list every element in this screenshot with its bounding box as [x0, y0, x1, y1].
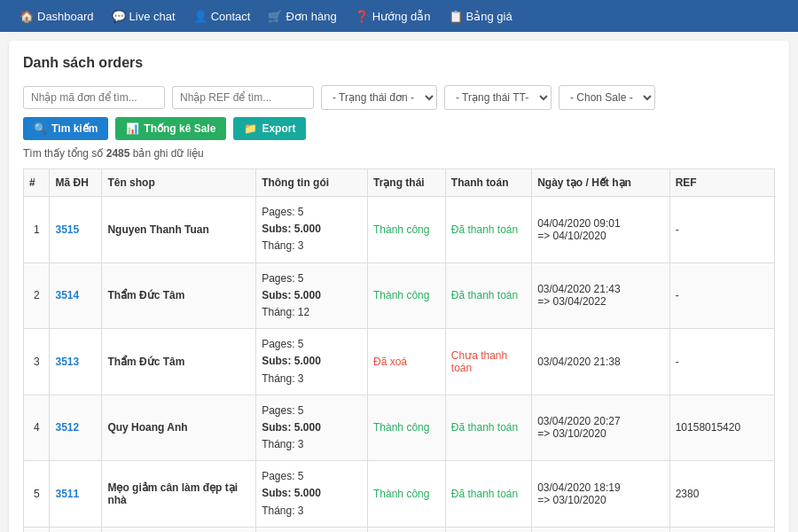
cell-num: 6 [24, 527, 50, 532]
result-count: 2485 [106, 147, 130, 160]
cell-status: Đã xoá [368, 329, 446, 395]
cell-shop: Thẩm Đức Tâm [102, 262, 256, 329]
cell-status: Thành công [368, 262, 446, 329]
status-tt-select[interactable]: - Trạng thái TT- [444, 85, 552, 110]
col-header-date: Ngày tạo / Hết hạn [532, 169, 670, 197]
nav-contact[interactable]: 👤 Contact [184, 0, 260, 32]
export-button-label: Export [262, 122, 295, 135]
cell-info: Pages: 5 Subs: 5.000 Tháng: 3 [256, 527, 368, 532]
result-prefix: Tìm thấy tổng số [23, 147, 103, 160]
sale-select[interactable]: - Chon Sale - [559, 85, 655, 110]
cell-ref: 2380 [669, 461, 774, 528]
search-icon: 🔍 [34, 122, 47, 135]
dashboard-icon: 🏠 [20, 10, 34, 23]
export-icon: 📁 [244, 122, 257, 135]
cell-status: Thành công [368, 461, 446, 528]
cell-id[interactable]: 3515 [50, 197, 102, 263]
cell-ref: - [669, 329, 774, 395]
cell-payment: Đã thanh toán [445, 461, 531, 528]
cell-shop: BioSlim Nova [102, 527, 256, 532]
stats-button[interactable]: 📊 Thống kê Sale [115, 117, 226, 140]
stats-button-label: Thống kê Sale [144, 122, 215, 135]
cell-id[interactable]: 3514 [50, 262, 102, 329]
col-header-num: # [24, 169, 50, 197]
result-suffix: bản ghi dữ liệu [133, 147, 204, 160]
ref-search-input[interactable] [172, 86, 314, 109]
search-button[interactable]: 🔍 Tìm kiếm [23, 117, 108, 140]
cell-id[interactable]: 3511 [50, 461, 102, 528]
col-header-ref: REF [669, 169, 774, 197]
main-container: Danh sách orders - Trạng thái đơn - - Tr… [9, 41, 789, 532]
table-header-row: # Mã ĐH Tên shop Thông tin gói Trạng thá… [24, 169, 775, 197]
cell-id[interactable]: 3510 [50, 527, 102, 532]
cell-payment: Đã thanh toán [445, 262, 531, 329]
cell-num: 4 [24, 395, 50, 461]
cell-payment: Đã thanh toán [445, 527, 531, 532]
table-row: 5 3511 Mẹo giảm cân làm đẹp tại nhà Page… [24, 461, 775, 528]
cell-shop: Mẹo giảm cân làm đẹp tại nhà [102, 461, 256, 528]
nav-dashboard-label: Dashboard [37, 10, 94, 23]
banggia-icon: 📋 [449, 10, 463, 23]
cell-ref: 10158015420 [669, 395, 774, 461]
cell-num: 5 [24, 461, 50, 528]
cell-payment: Đã thanh toán [445, 197, 531, 263]
cell-status: Thành công [368, 395, 446, 461]
cell-status: Thành công [368, 197, 446, 263]
col-header-info: Thông tin gói [256, 169, 368, 197]
nav-livechat-label: Live chat [129, 10, 176, 23]
cell-date: 03/04/2020 20:27=> 03/10/2020 [532, 395, 670, 461]
orders-table: # Mã ĐH Tên shop Thông tin gói Trạng thá… [23, 168, 775, 532]
order-link[interactable]: 3513 [55, 356, 79, 368]
cell-info: Pages: 5 Subs: 5.000 Tháng: 3 [256, 395, 368, 461]
order-link[interactable]: 3514 [55, 289, 79, 301]
livechat-icon: 💬 [112, 10, 126, 23]
contact-icon: 👤 [193, 10, 207, 23]
cell-info: Pages: 5 Subs: 5.000 Tháng: 3 [256, 329, 368, 395]
cell-status: Thành công [368, 527, 446, 532]
nav-banggia-label: Bảng giá [466, 10, 512, 23]
col-header-id: Mã ĐH [50, 169, 102, 197]
table-row: 3 3513 Thẩm Đức Tâm Pages: 5 Subs: 5.000… [24, 329, 775, 395]
cell-payment: Đã thanh toán [445, 395, 531, 461]
cell-num: 1 [24, 197, 50, 263]
cell-ref: - [669, 527, 774, 532]
cell-date: 03/04/2020 21:38 [532, 329, 670, 395]
nav-huongdan-label: Hướng dẫn [372, 10, 431, 23]
button-row: 🔍 Tìm kiếm 📊 Thống kê Sale 📁 Export [23, 117, 775, 140]
cell-id[interactable]: 3512 [50, 395, 102, 461]
order-link[interactable]: 3512 [55, 421, 79, 434]
order-link[interactable]: 3515 [55, 223, 79, 236]
stats-icon: 📊 [126, 122, 139, 135]
huongdan-icon: ❓ [355, 10, 369, 23]
cell-num: 3 [24, 329, 50, 395]
cell-num: 2 [24, 262, 50, 329]
nav-huongdan[interactable]: ❓ Hướng dẫn [346, 0, 440, 32]
page-title: Danh sách orders [23, 55, 775, 71]
cell-ref: - [669, 262, 774, 329]
nav-contact-label: Contact [211, 10, 251, 23]
col-header-payment: Thanh toán [445, 169, 531, 197]
cell-date: 03/04/2020 18:19=> 03/10/2020 [532, 461, 670, 528]
nav-donhang[interactable]: 🛒 Đơn hàng [259, 0, 345, 32]
nav-banggia[interactable]: 📋 Bảng giá [440, 0, 521, 32]
col-header-shop: Tên shop [102, 169, 256, 197]
nav-livechat[interactable]: 💬 Live chat [103, 0, 184, 32]
cell-shop: Thẩm Đức Tâm [102, 329, 256, 395]
export-button[interactable]: 📁 Export [233, 117, 306, 140]
navbar: 🏠 Dashboard 💬 Live chat 👤 Contact 🛒 Đơn … [0, 0, 798, 32]
cell-id[interactable]: 3513 [50, 329, 102, 395]
search-button-label: Tìm kiếm [51, 122, 98, 135]
cell-info: Pages: 5 Subs: 5.000 Tháng: 12 [256, 262, 368, 329]
table-row: 2 3514 Thẩm Đức Tâm Pages: 5 Subs: 5.000… [24, 262, 775, 329]
status-order-select[interactable]: - Trạng thái đơn - [321, 85, 437, 110]
donhang-icon: 🛒 [268, 10, 282, 23]
order-search-input[interactable] [23, 86, 165, 109]
nav-dashboard[interactable]: 🏠 Dashboard [11, 0, 103, 32]
order-link[interactable]: 3511 [55, 488, 79, 500]
result-text: Tìm thấy tổng số 2485 bản ghi dữ liệu [23, 147, 775, 160]
cell-ref: - [669, 197, 774, 263]
col-header-status: Trạng thái [368, 169, 446, 197]
table-row: 1 3515 Nguyen Thanh Tuan Pages: 5 Subs: … [24, 197, 775, 263]
nav-donhang-label: Đơn hàng [286, 10, 336, 23]
filter-row: - Trạng thái đơn - - Trạng thái TT- - Ch… [23, 85, 775, 110]
